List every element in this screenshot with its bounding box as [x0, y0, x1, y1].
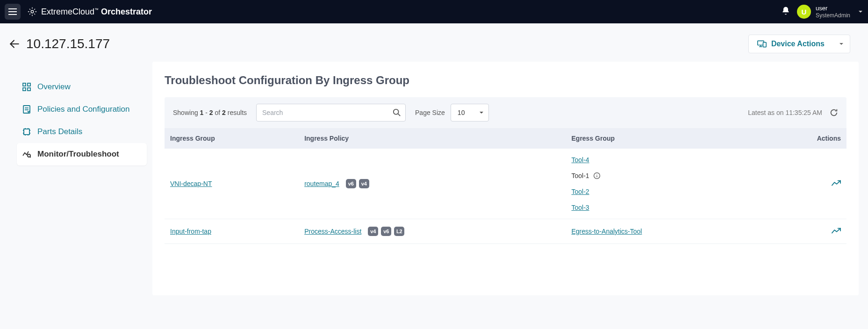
- devices-icon: [757, 40, 767, 48]
- user-menu[interactable]: user SystemAdmin: [816, 5, 850, 19]
- monitor-icon: [22, 150, 31, 158]
- ingress-group-link[interactable]: VNI-decap-NT: [170, 180, 212, 187]
- brand-part2: Orchestrator: [101, 7, 152, 16]
- table-row: VNI-decap-NTroutemap_4v6v4Tool-4Tool-1To…: [165, 149, 846, 219]
- back-button[interactable]: [8, 38, 21, 50]
- ingress-policy-link[interactable]: routemap_4: [304, 180, 339, 187]
- policy-badge: L2: [394, 227, 404, 236]
- ingress-policy-link[interactable]: Process-Access-list: [304, 228, 361, 235]
- svg-line-18: [30, 157, 31, 157]
- results-count: Showing 1 - 2 of 2 results: [173, 109, 247, 116]
- page-header: 10.127.15.177 Device Actions: [0, 23, 868, 62]
- col-egress-group: Egress Group: [566, 128, 762, 149]
- policies-icon: [22, 105, 31, 114]
- main-panel: Troubleshoot Configuration By Ingress Gr…: [152, 62, 859, 295]
- egress-group-link[interactable]: Tool-3: [572, 204, 589, 211]
- svg-point-19: [394, 109, 399, 114]
- top-navbar: ExtremeCloud™ Orchestrator U user System…: [0, 0, 868, 23]
- trend-action-button[interactable]: [832, 180, 841, 186]
- page-title: 10.127.15.177: [26, 36, 743, 51]
- sidebar-item-label: Monitor/Troubleshoot: [37, 150, 119, 159]
- page-size-label: Page Size: [415, 109, 445, 116]
- sidebar-item-parts[interactable]: Parts Details: [17, 121, 147, 143]
- svg-rect-12: [28, 88, 30, 91]
- egress-group-link[interactable]: Tool-4: [572, 156, 589, 164]
- search-icon: [393, 108, 401, 117]
- svg-point-23: [596, 174, 597, 174]
- svg-line-20: [398, 114, 401, 116]
- page-size-select[interactable]: 10: [451, 104, 489, 122]
- refresh-button[interactable]: [830, 108, 838, 117]
- svg-rect-9: [23, 83, 26, 86]
- policy-badge: v4: [359, 179, 369, 188]
- chevron-down-icon[interactable]: [858, 9, 863, 14]
- egress-group-link[interactable]: Egress-to-Analytics-Tool: [572, 228, 642, 235]
- user-name: user: [816, 5, 850, 12]
- menu-button[interactable]: [5, 4, 21, 20]
- table-row: Input-from-tapProcess-Access-listv4v6L2E…: [165, 219, 846, 244]
- brand-part1: ExtremeCloud: [41, 7, 94, 16]
- content-title: Troubleshoot Configuration By Ingress Gr…: [152, 74, 859, 97]
- sidebar-item-overview[interactable]: Overview: [17, 76, 147, 98]
- egress-group-link: Tool-1: [572, 172, 589, 179]
- notifications-button[interactable]: [781, 6, 790, 17]
- info-icon[interactable]: [593, 172, 601, 179]
- policy-badge: v6: [346, 179, 356, 188]
- page-size-value: 10: [458, 109, 465, 116]
- device-actions-label: Device Actions: [771, 40, 825, 48]
- brand-tm: ™: [94, 7, 99, 12]
- hamburger-icon: [8, 8, 17, 15]
- config-table: Ingress Group Ingress Policy Egress Grou…: [165, 128, 846, 244]
- col-actions: Actions: [762, 128, 846, 149]
- sidebar-item-label: Parts Details: [37, 127, 82, 136]
- parts-icon: [22, 128, 31, 136]
- device-actions-dropdown[interactable]: Device Actions: [748, 35, 850, 53]
- overview-icon: [22, 83, 31, 91]
- caret-down-icon: [839, 42, 844, 46]
- brand: ExtremeCloud™ Orchestrator: [27, 7, 152, 17]
- brand-logo-icon: [27, 7, 37, 17]
- sidebar-item-label: Policies and Configuration: [37, 105, 130, 114]
- sidebar-item-policies[interactable]: Policies and Configuration: [17, 98, 147, 121]
- svg-point-3: [31, 10, 34, 13]
- col-ingress-group: Ingress Group: [165, 128, 299, 149]
- sidebar-item-monitor[interactable]: Monitor/Troubleshoot: [17, 143, 147, 165]
- sidebar: Overview Policies and Configuration Part…: [0, 62, 152, 165]
- latest-timestamp: Latest as on 11:35:25 AM: [748, 109, 822, 116]
- svg-rect-11: [23, 88, 26, 91]
- caret-down-icon: [479, 110, 484, 115]
- bell-icon: [781, 6, 790, 15]
- search-input[interactable]: [256, 104, 406, 122]
- brand-text: ExtremeCloud™ Orchestrator: [41, 7, 152, 17]
- trend-action-button[interactable]: [832, 228, 841, 234]
- svg-rect-16: [24, 129, 29, 135]
- svg-rect-10: [28, 83, 30, 86]
- policy-badge: v6: [381, 227, 391, 236]
- col-ingress-policy: Ingress Policy: [299, 128, 566, 149]
- ingress-group-link[interactable]: Input-from-tap: [170, 228, 211, 235]
- user-role: SystemAdmin: [816, 12, 850, 19]
- table-toolbar: Showing 1 - 2 of 2 results Page Size 10 …: [165, 97, 846, 128]
- avatar[interactable]: U: [797, 5, 811, 19]
- policy-badge: v4: [368, 227, 378, 236]
- egress-group-link[interactable]: Tool-2: [572, 188, 589, 195]
- sidebar-item-label: Overview: [37, 82, 71, 92]
- svg-rect-8: [763, 43, 766, 47]
